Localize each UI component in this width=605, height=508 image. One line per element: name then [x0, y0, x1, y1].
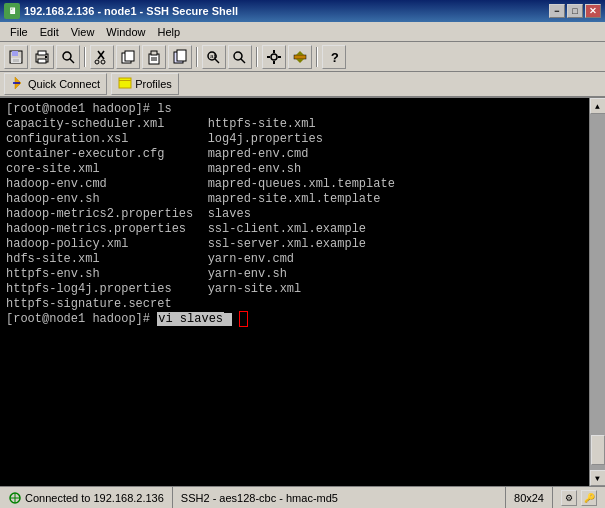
- svg-rect-15: [125, 51, 134, 61]
- svg-marker-33: [296, 51, 304, 55]
- toolbar-separator-3: [256, 47, 258, 67]
- status-icons: ⚙ 🔑: [553, 487, 605, 508]
- quick-connect-button[interactable]: Quick Connect: [4, 73, 107, 95]
- app-icon: 🖥: [4, 3, 20, 19]
- svg-rect-17: [151, 51, 157, 55]
- key-status-icon[interactable]: 🔑: [581, 490, 597, 506]
- terminal-scrollbar: ▲ ▼: [589, 98, 605, 486]
- close-button[interactable]: ✕: [585, 4, 601, 18]
- maximize-button[interactable]: □: [567, 4, 583, 18]
- find2-button[interactable]: [228, 45, 252, 69]
- svg-rect-32: [294, 55, 306, 59]
- menu-help[interactable]: Help: [151, 24, 186, 40]
- encryption-status: SSH2 - aes128-cbc - hmac-md5: [173, 487, 506, 508]
- menu-file[interactable]: File: [4, 24, 34, 40]
- svg-marker-34: [296, 59, 304, 63]
- help-button[interactable]: ?: [322, 45, 346, 69]
- scroll-track[interactable]: [590, 114, 605, 470]
- menu-bar: File Edit View Window Help: [0, 22, 605, 42]
- print-button[interactable]: [30, 45, 54, 69]
- encryption-text: SSH2 - aes128-cbc - hmac-md5: [181, 492, 338, 504]
- svg-rect-28: [273, 50, 275, 53]
- window-title: 192.168.2.136 - node1 - SSH Secure Shell: [24, 5, 238, 17]
- svg-rect-39: [119, 80, 131, 81]
- profiles-label: Profiles: [135, 78, 172, 90]
- window-controls: − □ ✕: [549, 4, 601, 18]
- cut-button[interactable]: [90, 45, 114, 69]
- copy2-button[interactable]: [168, 45, 192, 69]
- dimensions-status: 80x24: [506, 487, 553, 508]
- svg-point-25: [234, 52, 242, 60]
- connection-icon: [8, 490, 25, 504]
- svg-line-26: [241, 59, 245, 63]
- svg-rect-3: [13, 59, 19, 62]
- scroll-down-button[interactable]: ▼: [590, 470, 606, 486]
- svg-text:ab: ab: [210, 53, 218, 60]
- connection-status: Connected to 192.168.2.136: [0, 487, 173, 508]
- svg-rect-7: [45, 56, 47, 58]
- profiles-button[interactable]: Profiles: [111, 73, 179, 95]
- menu-window[interactable]: Window: [100, 24, 151, 40]
- svg-rect-5: [38, 51, 46, 55]
- find-button[interactable]: ab: [202, 45, 226, 69]
- svg-line-9: [70, 59, 74, 63]
- svg-rect-29: [273, 61, 275, 64]
- title-bar: 🖥 192.168.2.136 - node1 - SSH Secure She…: [0, 0, 605, 22]
- save-button[interactable]: [4, 45, 28, 69]
- scroll-up-button[interactable]: ▲: [590, 98, 606, 114]
- menu-edit[interactable]: Edit: [34, 24, 65, 40]
- status-bar: Connected to 192.168.2.136 SSH2 - aes128…: [0, 486, 605, 508]
- quick-connect-label: Quick Connect: [28, 78, 100, 90]
- svg-rect-21: [177, 50, 186, 61]
- minimize-button[interactable]: −: [549, 4, 565, 18]
- cursor: [224, 313, 232, 326]
- toolbar-separator-2: [196, 47, 198, 67]
- connect-bar: Quick Connect Profiles: [0, 72, 605, 98]
- terminal[interactable]: [root@node1 hadoop]# ls capacity-schedul…: [0, 98, 589, 486]
- svg-point-8: [63, 52, 71, 60]
- svg-point-13: [101, 60, 105, 64]
- command-highlight: vi slaves: [157, 312, 224, 326]
- svg-point-27: [271, 54, 277, 60]
- toolbar-separator-1: [84, 47, 86, 67]
- input-box: [239, 311, 248, 327]
- svg-text:?: ?: [331, 51, 339, 65]
- quick-connect-icon: [11, 76, 25, 92]
- menu-view[interactable]: View: [65, 24, 101, 40]
- search-button[interactable]: [56, 45, 80, 69]
- svg-rect-30: [267, 56, 270, 58]
- connection-text: Connected to 192.168.2.136: [25, 492, 164, 504]
- toolbar-separator-4: [316, 47, 318, 67]
- paste-button[interactable]: [142, 45, 166, 69]
- svg-rect-1: [12, 51, 18, 56]
- terminal-wrapper: [root@node1 hadoop]# ls capacity-schedul…: [0, 98, 605, 486]
- profiles-icon: [118, 76, 132, 92]
- tools-button[interactable]: [288, 45, 312, 69]
- svg-rect-38: [119, 78, 131, 88]
- toolbar: ab ?: [0, 42, 605, 72]
- settings-status-icon[interactable]: ⚙: [561, 490, 577, 506]
- dimensions-text: 80x24: [514, 492, 544, 504]
- scroll-thumb[interactable]: [591, 435, 605, 465]
- settings-button[interactable]: [262, 45, 286, 69]
- svg-point-12: [95, 60, 99, 64]
- svg-rect-6: [38, 59, 46, 63]
- copy-button[interactable]: [116, 45, 140, 69]
- terminal-content: [root@node1 hadoop]# ls capacity-schedul…: [6, 102, 395, 326]
- svg-rect-31: [278, 56, 281, 58]
